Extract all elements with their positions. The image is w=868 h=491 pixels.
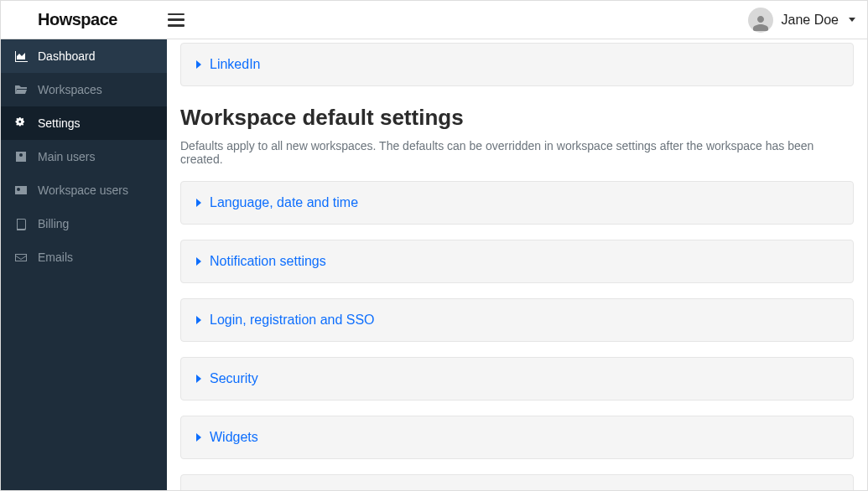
username-label: Jane Doe: [782, 13, 839, 28]
accordion-security[interactable]: Security: [180, 357, 854, 401]
accordion-label: Login, registration and SSO: [210, 313, 375, 328]
sidebar-item-workspace-users[interactable]: Workspace users: [1, 173, 167, 207]
section-description: Defaults apply to all new workspaces. Th…: [180, 139, 854, 166]
book-icon: [14, 217, 28, 230]
sidebar-item-label: Dashboard: [38, 49, 96, 63]
sidebar-item-workspaces[interactable]: Workspaces: [1, 73, 167, 106]
sidebar-item-emails[interactable]: Emails: [1, 240, 167, 274]
section-title: Workspace default settings: [180, 105, 854, 131]
hamburger-icon[interactable]: [168, 13, 185, 27]
accordion-features[interactable]: Features: [180, 474, 854, 490]
user-menu[interactable]: Jane Doe: [748, 8, 856, 33]
sidebar-item-label: Settings: [38, 116, 81, 130]
sidebar-item-label: Main users: [38, 150, 95, 163]
sidebar-item-label: Billing: [38, 217, 69, 230]
brand-logo: Howspace: [38, 10, 117, 29]
caret-right-icon: [196, 375, 201, 383]
accordion-label: Security: [210, 371, 258, 386]
sidebar-item-main-users[interactable]: Main users: [1, 140, 167, 173]
accordion-language[interactable]: Language, date and time: [180, 181, 854, 225]
accordion-notifications[interactable]: Notification settings: [180, 240, 854, 283]
caret-right-icon: [196, 199, 201, 207]
avatar: [748, 8, 773, 33]
chevron-down-icon: [849, 18, 855, 22]
gears-icon: [14, 116, 28, 130]
accordion-widgets[interactable]: Widgets: [180, 416, 854, 459]
user-icon: [14, 150, 28, 163]
caret-right-icon: [196, 316, 201, 324]
sidebar-item-billing[interactable]: Billing: [1, 207, 167, 240]
sidebar-item-settings[interactable]: Settings: [1, 106, 167, 140]
sidebar-item-label: Emails: [38, 251, 73, 264]
sidebar-item-label: Workspaces: [38, 83, 102, 96]
accordion-linkedin[interactable]: LinkedIn: [180, 43, 854, 86]
sidebar: Dashboard Workspaces Settings Main users…: [1, 39, 167, 490]
caret-right-icon: [196, 257, 201, 266]
accordion-label: Notification settings: [210, 254, 326, 269]
address-card-icon: [14, 183, 28, 197]
accordion-label: Language, date and time: [210, 195, 358, 210]
chart-area-icon: [14, 49, 28, 63]
main-content: LinkedIn Workspace default settings Defa…: [167, 39, 867, 490]
caret-right-icon: [196, 60, 201, 69]
sidebar-item-dashboard[interactable]: Dashboard: [1, 39, 167, 73]
accordion-login-sso[interactable]: Login, registration and SSO: [180, 298, 854, 342]
caret-right-icon: [196, 433, 201, 442]
envelope-icon: [14, 251, 28, 264]
accordion-label: Features: [210, 488, 262, 490]
topbar: Howspace Jane Doe: [1, 1, 867, 39]
folder-open-icon: [14, 83, 28, 96]
sidebar-item-label: Workspace users: [38, 183, 128, 197]
accordion-label: Widgets: [210, 430, 258, 445]
accordion-label: LinkedIn: [210, 57, 261, 72]
